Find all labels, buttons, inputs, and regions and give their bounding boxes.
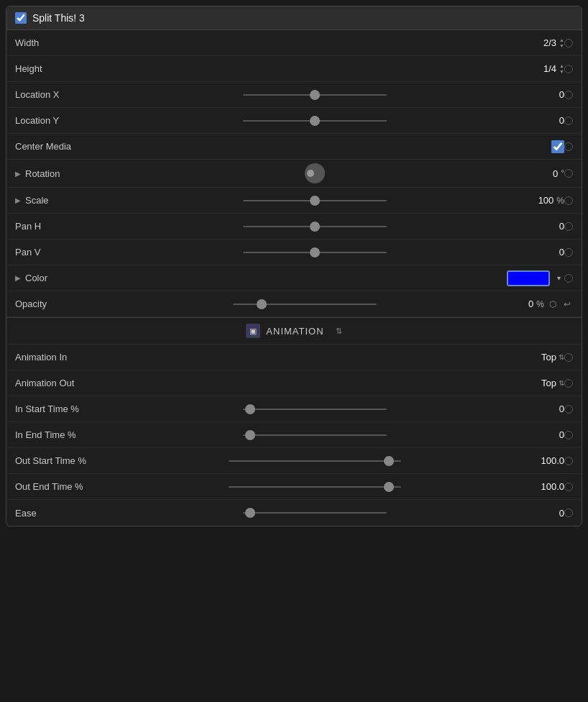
pan-v-value: 0 (536, 247, 564, 257)
ease-label: Ease (15, 508, 130, 519)
in-start-track[interactable] (243, 409, 387, 410)
pan-v-dot[interactable] (564, 248, 573, 257)
animation-out-dot[interactable] (564, 379, 573, 388)
pan-v-slider-area[interactable] (130, 252, 500, 253)
ease-thumb[interactable] (245, 508, 255, 518)
color-value-area[interactable]: ▾ (500, 270, 564, 286)
color-dot[interactable] (564, 274, 573, 283)
out-end-dot[interactable] (564, 483, 573, 491)
location-y-track[interactable] (243, 120, 387, 122)
ease-slider-area[interactable] (130, 512, 500, 514)
out-end-track[interactable] (229, 486, 401, 488)
width-row: Width 2/3 ▲ ▼ (6, 30, 582, 56)
in-start-slider-area[interactable] (130, 409, 500, 410)
in-end-thumb[interactable] (245, 430, 255, 440)
color-dropdown-arrow[interactable]: ▾ (553, 273, 564, 284)
in-end-slider-area[interactable] (130, 434, 500, 436)
opacity-slider-area[interactable] (130, 304, 479, 305)
pan-h-dot[interactable] (564, 222, 573, 231)
keyframe-icon[interactable]: ⬡ (547, 298, 559, 310)
opacity-track[interactable] (233, 304, 377, 305)
in-start-dot[interactable] (564, 405, 573, 414)
animation-in-dropdown[interactable]: Top ⇅ (541, 352, 564, 363)
in-start-thumb[interactable] (245, 404, 255, 414)
animation-in-value-area[interactable]: Top ⇅ (500, 352, 564, 363)
width-dot[interactable] (564, 39, 573, 47)
height-dot[interactable] (564, 65, 573, 73)
width-label: Width (15, 37, 130, 48)
in-end-dot[interactable] (564, 431, 573, 439)
out-start-thumb[interactable] (384, 456, 394, 466)
height-value-area[interactable]: 1/4 ▲ ▼ (500, 63, 564, 74)
animation-stepper[interactable]: ⇅ (336, 327, 342, 336)
pan-h-track[interactable] (243, 226, 387, 227)
center-media-checkbox[interactable] (551, 140, 564, 153)
out-start-slider-area[interactable] (130, 460, 500, 462)
location-x-dot[interactable] (564, 91, 573, 99)
pan-h-slider-area[interactable] (130, 226, 500, 227)
location-y-value: 0 (536, 115, 564, 126)
location-x-track[interactable] (243, 94, 387, 96)
scale-value-area: 100 % (500, 195, 564, 206)
rotation-value-area: 0 ° (500, 168, 564, 179)
animation-section-header: ▣ ANIMATION ⇅ (6, 317, 582, 345)
opacity-value: 0 (505, 298, 533, 309)
out-start-time-label: Out Start Time % (15, 455, 130, 466)
scale-slider-area[interactable] (130, 200, 500, 201)
pan-v-track[interactable] (243, 252, 387, 253)
reset-icon[interactable]: ↩ (561, 298, 573, 310)
scale-label: ▶ Scale (15, 195, 130, 206)
center-media-value-area[interactable] (500, 140, 564, 153)
main-panel: Split This! 3 Width 2/3 ▲ ▼ Height 1/4 (6, 6, 582, 526)
ease-dot[interactable] (564, 509, 573, 517)
location-x-label: Location X (15, 89, 130, 100)
animation-out-row: Animation Out Top ⇅ (6, 370, 582, 396)
animation-out-value-area[interactable]: Top ⇅ (500, 378, 564, 388)
height-value[interactable]: 1/4 ▲ ▼ (543, 63, 564, 74)
color-expand-arrow[interactable]: ▶ (15, 274, 21, 282)
scale-expand-arrow[interactable]: ▶ (15, 196, 21, 204)
pan-h-thumb[interactable] (310, 222, 320, 232)
width-value-area[interactable]: 2/3 ▲ ▼ (500, 37, 564, 48)
rotation-label: ▶ Rotation (15, 168, 130, 179)
location-y-thumb[interactable] (310, 116, 320, 126)
width-stepper[interactable]: ▲ ▼ (559, 37, 564, 48)
rotation-dial[interactable] (305, 163, 325, 183)
animation-out-dropdown[interactable]: Top ⇅ (541, 378, 564, 388)
location-x-value-area: 0 (500, 89, 564, 100)
out-end-thumb[interactable] (384, 482, 394, 492)
opacity-row: Opacity 0 % ⬡ ↩ (6, 291, 582, 317)
animation-in-dot[interactable] (564, 353, 573, 362)
in-end-time-label: In End Time % (15, 429, 130, 440)
scale-row: ▶ Scale 100 % (6, 188, 582, 214)
rotation-expand-arrow[interactable]: ▶ (15, 170, 21, 178)
rotation-slider-area[interactable] (130, 163, 500, 183)
scale-value: 100 (525, 195, 553, 206)
scale-dot[interactable] (564, 196, 573, 205)
scale-thumb[interactable] (310, 196, 320, 206)
width-value[interactable]: 2/3 ▲ ▼ (543, 37, 564, 48)
scale-unit: % (556, 196, 564, 206)
out-start-value-area: 100.0 (500, 455, 564, 466)
rotation-dot[interactable] (564, 169, 573, 178)
location-x-thumb[interactable] (310, 90, 320, 100)
in-start-value-area: 0 (500, 404, 564, 414)
location-y-slider-area[interactable] (130, 120, 500, 122)
out-end-time-row: Out End Time % 100.0 (6, 474, 582, 500)
location-y-dot[interactable] (564, 117, 573, 125)
ease-track[interactable] (243, 512, 387, 514)
color-swatch[interactable] (507, 270, 550, 286)
out-end-slider-area[interactable] (130, 486, 500, 488)
out-start-track[interactable] (229, 460, 401, 462)
opacity-extra-icons: ⬡ ↩ (547, 298, 573, 310)
center-media-dot[interactable] (564, 142, 573, 151)
out-start-dot[interactable] (564, 457, 573, 465)
in-end-track[interactable] (243, 434, 387, 436)
opacity-thumb[interactable] (257, 299, 267, 309)
panel-enable-checkbox[interactable] (15, 12, 27, 24)
location-x-slider-area[interactable] (130, 94, 500, 96)
scale-track[interactable] (243, 200, 387, 201)
height-stepper[interactable]: ▲ ▼ (559, 63, 564, 74)
pan-v-thumb[interactable] (310, 247, 320, 257)
pan-h-label: Pan H (15, 221, 130, 232)
